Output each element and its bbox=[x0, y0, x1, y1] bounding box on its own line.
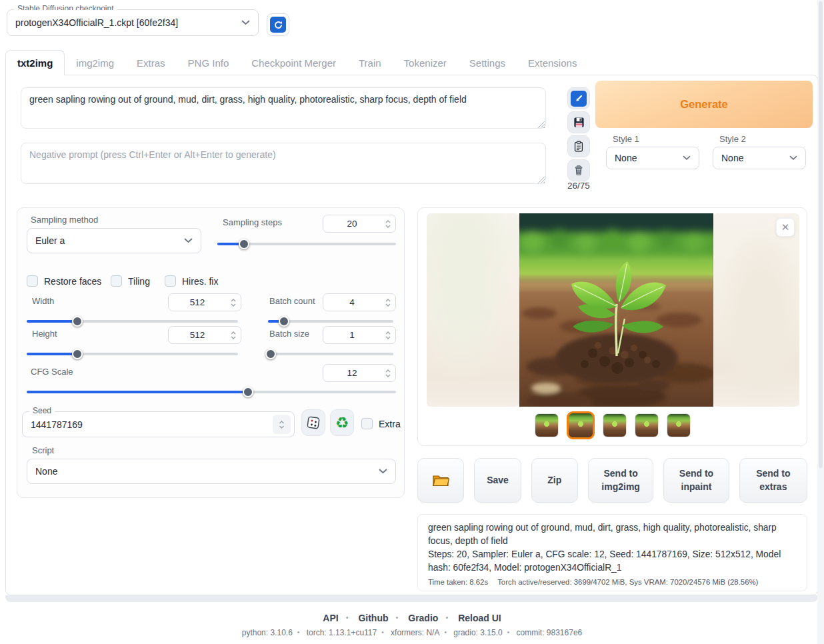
xformers-version: xformers: N/A bbox=[391, 628, 439, 637]
checkpoint-select[interactable]: protogenX34OfficialR_1.ckpt [60fe2f34] bbox=[7, 10, 258, 35]
script-label: Script bbox=[32, 445, 54, 455]
extra-seed-checkbox[interactable]: Extra bbox=[361, 418, 401, 429]
height-slider[interactable] bbox=[27, 349, 238, 359]
tab-tokenizer[interactable]: Tokenizer bbox=[393, 51, 458, 75]
github-link[interactable]: Github bbox=[358, 613, 388, 623]
checkbox[interactable] bbox=[165, 275, 176, 287]
reuse-seed-button[interactable]: ♻ bbox=[330, 409, 354, 436]
generate-button[interactable]: Generate bbox=[595, 81, 813, 128]
clear-prompt-button[interactable] bbox=[567, 159, 590, 181]
save-style-button[interactable] bbox=[567, 111, 590, 133]
height-label: Height bbox=[32, 329, 57, 339]
batch-size-label: Batch size bbox=[269, 329, 309, 339]
batch-count-label: Batch count bbox=[269, 296, 315, 306]
stepper-arrows[interactable] bbox=[273, 415, 291, 434]
tab-png-info[interactable]: PNG Info bbox=[177, 51, 241, 75]
cfg-scale-slider[interactable] bbox=[27, 387, 396, 397]
style2-select[interactable]: None bbox=[713, 147, 806, 169]
gallery-side-blur bbox=[713, 213, 799, 407]
tab-bar: txt2img img2img Extras PNG Info Checkpoi… bbox=[5, 50, 588, 75]
save-button[interactable]: Save bbox=[474, 458, 521, 503]
arrow-down-left-icon bbox=[571, 91, 587, 107]
zip-button[interactable]: Zip bbox=[531, 458, 578, 503]
refresh-icon bbox=[270, 17, 286, 33]
random-seed-button[interactable] bbox=[301, 409, 325, 436]
commit-hash: commit: 983167e6 bbox=[517, 628, 583, 637]
gradio-link[interactable]: Gradio bbox=[408, 613, 438, 623]
generated-image[interactable] bbox=[519, 213, 713, 407]
send-to-inpaint-button[interactable]: Send to inpaint bbox=[663, 458, 729, 503]
open-folder-button[interactable] bbox=[417, 458, 464, 503]
style1-select[interactable]: None bbox=[606, 147, 699, 169]
tab-extras[interactable]: Extras bbox=[125, 51, 177, 75]
checkbox[interactable] bbox=[111, 275, 122, 287]
send-to-img2img-button[interactable]: Send to img2img bbox=[588, 458, 653, 503]
restore-faces-checkbox[interactable]: Restore faces bbox=[27, 275, 101, 287]
api-link[interactable]: API bbox=[323, 613, 338, 623]
hires-fix-checkbox[interactable]: Hires. fix bbox=[165, 275, 218, 287]
separator: • bbox=[507, 629, 510, 636]
stepper-arrows[interactable] bbox=[381, 215, 395, 232]
tab-train[interactable]: Train bbox=[347, 51, 393, 75]
info-params-text: Steps: 20, Sampler: Euler a, CFG scale: … bbox=[428, 548, 797, 575]
stepper-arrows[interactable] bbox=[381, 365, 395, 381]
tab-img2img[interactable]: img2img bbox=[65, 51, 125, 75]
checkpoint-value: protogenX34OfficialR_1.ckpt [60fe2f34] bbox=[15, 17, 178, 28]
seed-label: Seed bbox=[29, 406, 55, 415]
tab-checkpoint-merger[interactable]: Checkpoint Merger bbox=[240, 51, 347, 75]
thumbnail-5[interactable] bbox=[667, 413, 691, 437]
stepper-arrows[interactable] bbox=[226, 294, 241, 311]
read-params-button[interactable] bbox=[567, 87, 590, 109]
reload-ui-link[interactable]: Reload UI bbox=[458, 613, 501, 623]
checkbox[interactable] bbox=[27, 275, 38, 287]
height-input[interactable]: 512 bbox=[168, 326, 241, 344]
tiling-checkbox[interactable]: Tiling bbox=[111, 275, 150, 287]
close-gallery-button[interactable]: ✕ bbox=[776, 218, 795, 237]
token-counter: 26/75 bbox=[563, 181, 594, 191]
checkbox[interactable] bbox=[361, 418, 373, 429]
sampling-steps-slider[interactable] bbox=[217, 239, 396, 249]
sampling-steps-input[interactable]: 20 bbox=[323, 215, 396, 233]
stepper-arrows[interactable] bbox=[381, 294, 395, 311]
time-taken: Time taken: 8.62s bbox=[428, 578, 488, 586]
seed-field[interactable]: Seed 1441787169 bbox=[22, 411, 295, 437]
width-input[interactable]: 512 bbox=[168, 293, 241, 311]
batch-size-slider[interactable] bbox=[268, 349, 393, 359]
cfg-scale-input[interactable]: 12 bbox=[323, 364, 396, 382]
stepper-arrows[interactable] bbox=[381, 327, 395, 343]
python-version: python: 3.10.6 bbox=[242, 628, 293, 637]
scrollbar[interactable] bbox=[817, 0, 824, 644]
sampling-method-value: Euler a bbox=[35, 235, 65, 246]
sampling-method-select[interactable]: Euler a bbox=[27, 228, 201, 253]
apply-style-button[interactable] bbox=[567, 135, 590, 157]
dice-icon bbox=[306, 415, 321, 430]
height-value: 512 bbox=[169, 330, 226, 340]
thumbnail-2-selected[interactable] bbox=[567, 411, 595, 439]
style1-value: None bbox=[615, 153, 637, 163]
send-to-extras-button[interactable]: Send to extras bbox=[739, 458, 807, 503]
sampling-steps-value: 20 bbox=[323, 219, 381, 229]
chevron-down-icon bbox=[184, 238, 193, 243]
batch-count-input[interactable]: 4 bbox=[323, 293, 396, 311]
scrollbar-thumb[interactable] bbox=[819, 1, 823, 468]
thumbnail-1[interactable] bbox=[535, 413, 559, 437]
thumbnail-4[interactable] bbox=[635, 413, 659, 437]
tab-settings[interactable]: Settings bbox=[458, 51, 517, 75]
tab-txt2img[interactable]: txt2img bbox=[5, 50, 65, 75]
thumbnail-3[interactable] bbox=[603, 413, 627, 437]
stepper-arrows[interactable] bbox=[226, 327, 241, 343]
batch-size-input[interactable]: 1 bbox=[323, 326, 396, 344]
refresh-checkpoint-button[interactable] bbox=[267, 13, 289, 36]
script-select[interactable]: None bbox=[27, 459, 396, 484]
negative-prompt-input[interactable] bbox=[21, 143, 546, 184]
tab-extensions[interactable]: Extensions bbox=[517, 51, 588, 75]
cfg-scale-label: CFG Scale bbox=[31, 367, 73, 377]
separator: • bbox=[381, 629, 384, 636]
batch-count-slider[interactable] bbox=[268, 316, 393, 327]
footer-links: API• Github• Gradio• Reload UI bbox=[0, 613, 824, 623]
width-slider[interactable] bbox=[27, 316, 238, 327]
prompt-input[interactable]: green sapling rowing out of ground, mud,… bbox=[21, 87, 546, 129]
sampling-method-label: Sampling method bbox=[31, 215, 98, 225]
torch-version: torch: 1.13.1+cu117 bbox=[307, 628, 377, 637]
hires-fix-label: Hires. fix bbox=[182, 276, 218, 287]
